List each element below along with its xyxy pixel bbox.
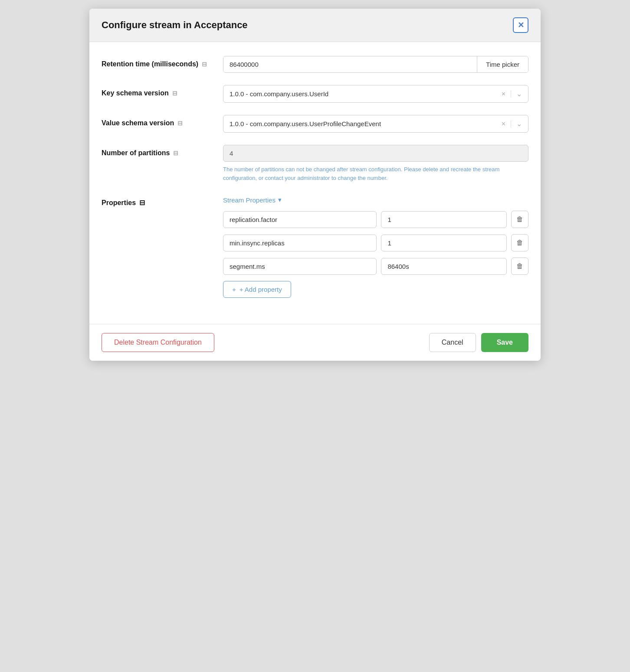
property-row-1: 🗑 [223, 234, 528, 251]
delete-stream-config-button[interactable]: Delete Stream Configuration [102, 333, 214, 352]
value-schema-clear-icon[interactable]: × [502, 120, 505, 128]
delete-property-1-button[interactable]: 🗑 [511, 234, 528, 251]
delete-property-2-button[interactable]: 🗑 [511, 258, 528, 275]
property-row-2: 🗑 [223, 258, 528, 275]
num-partitions-value: 4 [223, 145, 528, 162]
modal-header: Configure stream in Acceptance ✕ [89, 9, 541, 42]
retention-time-save-icon[interactable]: ⊟ [202, 61, 207, 68]
properties-save-icon[interactable]: ⊟ [139, 199, 145, 207]
num-partitions-row: Number of partitions ⊟ 4 The number of p… [102, 145, 528, 182]
cancel-button[interactable]: Cancel [429, 333, 476, 352]
stream-properties-toggle-label: Stream Properties [223, 196, 276, 204]
retention-time-label: Retention time (milliseconds) ⊟ [102, 56, 223, 68]
key-schema-label: Key schema version ⊟ [102, 85, 223, 97]
retention-time-control: Time picker [223, 56, 528, 73]
retention-time-input-wrapper: Time picker [223, 56, 528, 73]
property-value-0[interactable] [381, 211, 507, 228]
value-schema-label: Value schema version ⊟ [102, 115, 223, 127]
configure-stream-modal: Configure stream in Acceptance ✕ Retenti… [89, 9, 541, 361]
num-partitions-save-icon[interactable]: ⊟ [173, 150, 178, 157]
value-schema-select[interactable]: 1.0.0 - com.company.users.UserProfileCha… [223, 115, 528, 133]
modal-footer: Delete Stream Configuration Cancel Save [89, 324, 541, 361]
key-schema-save-icon[interactable]: ⊟ [172, 90, 177, 97]
plus-icon: + [232, 286, 236, 293]
key-schema-select[interactable]: 1.0.0 - com.company.users.UserId × ⌄ [223, 85, 528, 103]
property-key-2[interactable] [223, 258, 377, 275]
num-partitions-control: 4 The number of partitions can not be ch… [223, 145, 528, 182]
value-schema-save-icon[interactable]: ⊟ [177, 120, 183, 127]
num-partitions-hint: The number of partitions can not be chan… [223, 165, 528, 182]
time-picker-button[interactable]: Time picker [477, 56, 528, 72]
value-schema-row: Value schema version ⊟ 1.0.0 - com.compa… [102, 115, 528, 133]
key-schema-row: Key schema version ⊟ 1.0.0 - com.company… [102, 85, 528, 103]
stream-properties-chevron-icon: ▾ [278, 196, 282, 204]
value-schema-value: 1.0.0 - com.company.users.UserProfileCha… [230, 120, 502, 127]
key-schema-control: 1.0.0 - com.company.users.UserId × ⌄ [223, 85, 528, 103]
add-property-button[interactable]: + + Add property [223, 281, 291, 298]
num-partitions-label: Number of partitions ⊟ [102, 145, 223, 157]
key-schema-chevron-icon[interactable]: ⌄ [516, 90, 522, 98]
value-schema-chevron-icon[interactable]: ⌄ [516, 120, 522, 128]
modal-body: Retention time (milliseconds) ⊟ Time pic… [89, 42, 541, 324]
close-button[interactable]: ✕ [513, 17, 528, 33]
property-key-1[interactable] [223, 235, 377, 251]
key-schema-clear-icon[interactable]: × [502, 90, 505, 98]
close-icon: ✕ [518, 20, 524, 30]
retention-time-input[interactable] [223, 56, 477, 72]
save-button[interactable]: Save [481, 333, 528, 352]
trash-icon-0: 🗑 [516, 215, 523, 223]
key-schema-actions: × ⌄ [502, 90, 522, 98]
modal-title: Configure stream in Acceptance [102, 20, 248, 31]
trash-icon-2: 🗑 [516, 262, 523, 270]
stream-properties-toggle[interactable]: Stream Properties ▾ [223, 196, 528, 204]
value-schema-control: 1.0.0 - com.company.users.UserProfileCha… [223, 115, 528, 133]
footer-actions: Cancel Save [429, 333, 528, 352]
property-value-1[interactable] [381, 235, 507, 251]
properties-row: Properties ⊟ Stream Properties ▾ 🗑 [102, 194, 528, 298]
properties-label: Properties ⊟ [102, 194, 223, 207]
add-property-label: + Add property [240, 286, 282, 293]
properties-control: Stream Properties ▾ 🗑 🗑 [223, 196, 528, 298]
retention-time-row: Retention time (milliseconds) ⊟ Time pic… [102, 56, 528, 73]
value-schema-divider [511, 121, 511, 127]
key-schema-value: 1.0.0 - com.company.users.UserId [230, 90, 502, 98]
key-schema-divider [511, 91, 511, 98]
property-key-0[interactable] [223, 211, 377, 228]
trash-icon-1: 🗑 [516, 239, 523, 247]
delete-property-0-button[interactable]: 🗑 [511, 211, 528, 228]
value-schema-actions: × ⌄ [502, 120, 522, 128]
property-row-0: 🗑 [223, 211, 528, 228]
property-value-2[interactable] [381, 258, 507, 275]
